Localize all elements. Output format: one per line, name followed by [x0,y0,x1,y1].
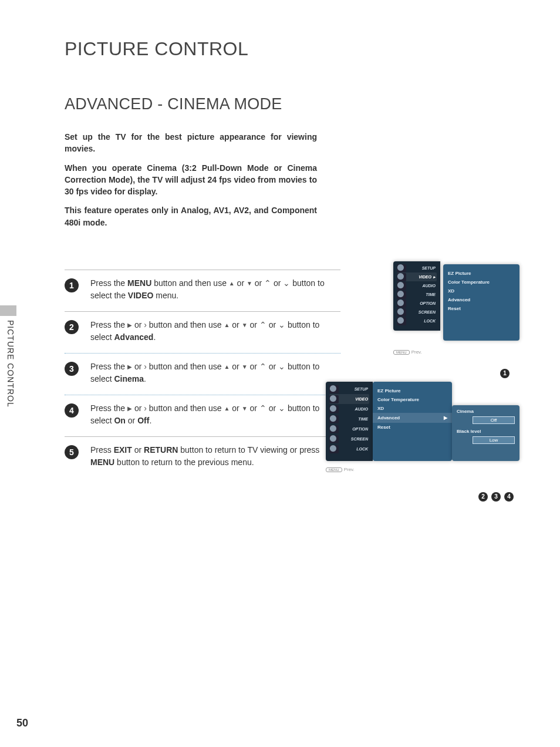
side-tab-label: PICTURE CONTROL [6,320,15,408]
up-triangle-icon: ▲ [224,321,230,329]
osd-side-item: LOCK [329,444,369,454]
osd-side-item: TIME [397,290,437,299]
osd-screenshot-2: SETUP VIDEO AUDIO TIME OPTION SCREEN LOC… [326,382,519,484]
up-triangle-icon: ▲ [224,362,230,371]
intro-p2: When you operate Cinema (3:2 Pull-Down M… [65,162,317,198]
osd-item: Reset [377,423,447,432]
osd-item: EZ Picture [377,386,447,395]
up-triangle-icon: ▲ [224,404,230,413]
osd-side-item: TIME [329,414,369,424]
chevron-down-icon: ⌄ [278,361,285,373]
chevron-down-icon: ⌄ [278,319,285,331]
section-title: ADVANCED - CINEMA MODE [65,95,528,113]
step-number-badge: 3 [65,362,79,376]
chevron-up-icon: ⌃ [259,402,266,415]
step-4-text: Press the ▶ or › button and then use ▲ o… [90,402,340,427]
osd-advanced-subpanel: Cinema Off Black level Low [452,405,519,461]
osd-side-menu: SETUP VIDEO AUDIO TIME OPTION SCREEN LOC… [326,382,373,461]
page-title: PICTURE CONTROL [65,38,528,60]
step-number-badge: 5 [65,445,79,459]
osd-side-item: OPTION [397,299,437,308]
osd-item: Reset [448,304,515,313]
step-number-badge: 4 [65,403,79,418]
osd-item-selected: Advanced▶ [373,413,452,423]
osd-sub-value: Low [473,436,515,444]
step-1-text: Press the MENU button and then use ▲ or … [90,277,340,302]
osd-side-item: AUDIO [329,404,369,414]
intro-p1: Set up the TV for the best picture appea… [65,131,317,155]
osd-side-item: SCREEN [397,308,437,317]
step-5-text: Press EXIT or RETURN button to return to… [90,444,340,469]
right-triangle-icon: ▶ [127,404,132,413]
step-1: 1 Press the MENU button and then use ▲ o… [65,270,340,311]
step-2-text: Press the ▶ or › button and then use ▲ o… [90,319,340,344]
osd-video-panel: EZ Picture Color Temperature XD Advanced… [373,382,452,461]
intro-p3: This feature operates only in Analog, AV… [65,204,317,228]
side-tab-notch [0,305,16,316]
step-5: 5 Press EXIT or RETURN button to return … [65,437,340,478]
right-triangle-icon: ▶ [444,415,447,420]
chevron-up-icon: ⌃ [259,319,266,331]
callout-badge-row: 2 3 4 [478,492,514,502]
step-4: 4 Press the ▶ or › button and then use ▲… [65,395,340,436]
osd-item: EZ Picture [448,269,515,278]
step-2: 2 Press the ▶ or › button and then use ▲… [65,312,340,353]
osd-item: Color Temperature [377,395,447,404]
osd-side-item-selected: VIDEO [329,394,369,404]
down-triangle-icon: ▼ [242,404,248,413]
callout-badge-1: 1 [500,369,510,378]
intro-block: Set up the TV for the best picture appea… [65,131,317,228]
callout-badge-2: 2 [478,492,488,502]
osd-side-item: AUDIO [397,281,437,290]
osd-side-menu: SETUP VIDEO▸ AUDIO TIME OPTION SCREEN LO… [393,261,440,331]
osd-side-item-selected: VIDEO▸ [397,272,437,281]
chevron-up-icon: ⌃ [259,361,266,373]
steps-list: 1 Press the MENU button and then use ▲ o… [65,270,340,478]
osd-item: Color Temperature [448,278,515,287]
osd-side-item: SETUP [329,384,369,394]
step-3-text: Press the ▶ or › button and then use ▲ o… [90,361,340,385]
chevron-down-icon: ⌄ [278,402,285,415]
up-triangle-icon: ▲ [229,279,235,288]
down-triangle-icon: ▼ [242,321,248,329]
menu-button-icon: MENU [393,350,410,355]
callout-badge-3: 3 [491,492,501,502]
right-triangle-icon: ▶ [127,362,132,371]
osd-item: XD [377,404,447,413]
osd-side-item: SCREEN [329,434,369,444]
osd-sub-label: Black level [457,429,515,434]
callout-badge-4: 4 [504,492,514,502]
osd-video-panel: EZ Picture Color Temperature XD Advanced… [443,264,519,341]
osd-sub-label: Cinema [457,409,515,414]
chevron-down-icon: ⌄ [283,277,290,290]
osd-side-item: SETUP [397,264,437,272]
osd-item: Advanced [448,295,515,304]
step-number-badge: 2 [65,320,79,334]
step-3: 3 Press the ▶ or › button and then use ▲… [65,354,340,395]
osd-side-item: OPTION [329,424,369,434]
side-tab: PICTURE CONTROL [0,294,22,423]
page-number: 50 [16,717,28,729]
step-number-badge: 1 [65,278,79,292]
osd-footer: MENUPrev. [393,349,422,355]
menu-button-icon: MENU [326,467,342,472]
right-triangle-icon: ▶ [127,321,132,329]
osd-sub-value: Off [473,416,515,424]
down-triangle-icon: ▼ [242,362,248,371]
osd-side-item: LOCK [397,317,437,325]
chevron-up-icon: ⌃ [264,277,271,290]
osd-screenshot-1: SETUP VIDEO▸ AUDIO TIME OPTION SCREEN LO… [393,261,519,361]
osd-item: XD [448,287,515,295]
osd-footer: MENUPrev. [326,467,355,472]
down-triangle-icon: ▼ [247,279,252,288]
